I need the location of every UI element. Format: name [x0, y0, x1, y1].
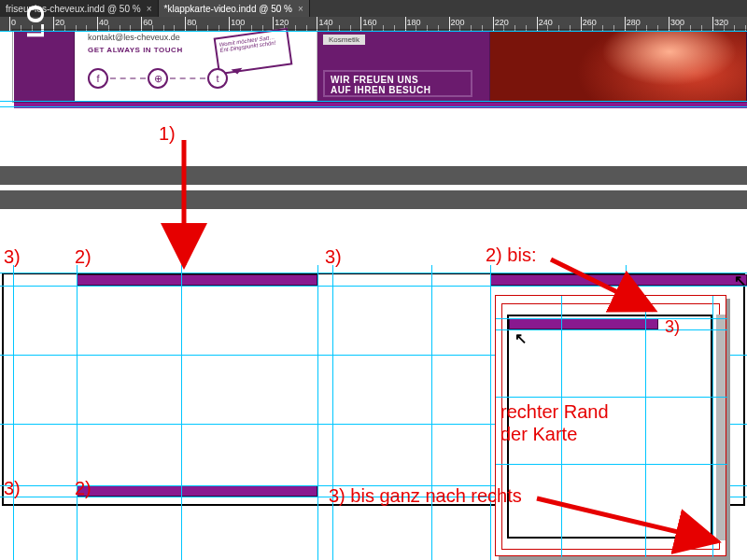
zoom-magenta-bar	[509, 318, 658, 329]
guide-line[interactable]	[332, 265, 333, 560]
brochure-panel-photo[interactable]	[490, 31, 747, 101]
cursor-icon: ↖	[734, 272, 746, 289]
contact-email: kontakt@les-cheveux.de	[88, 33, 180, 42]
annotation-2-left: 2)	[75, 246, 92, 268]
globe-icon[interactable]: ⊕	[148, 68, 168, 89]
ruler-label: 160	[362, 18, 376, 27]
twitter-icon[interactable]: t	[207, 68, 228, 89]
guide-line[interactable]	[431, 265, 432, 560]
guide-line[interactable]	[0, 106, 747, 107]
guide-line	[496, 464, 727, 465]
divider-dash	[110, 77, 146, 79]
horizontal-ruler[interactable]: 0204060801001201401601802002202402602803…	[0, 17, 747, 31]
ruler-tick	[185, 17, 186, 31]
ruler-tick	[9, 17, 10, 31]
ruler-tick	[405, 17, 406, 31]
ruler-label: 80	[187, 18, 196, 27]
annotation-1: 1)	[159, 123, 176, 145]
contact-slogan: GET ALWAYS IN TOUCH	[88, 46, 183, 54]
guide-line[interactable]	[0, 31, 747, 32]
guide-line	[712, 296, 713, 557]
annotation-3-bottom-left: 3)	[4, 478, 21, 499]
annotation-3-ganz: 3) bis ganz nach rechts	[329, 485, 522, 507]
ruler-label: 260	[583, 18, 597, 27]
annotation-2-bis: 2) bis:	[486, 245, 536, 266]
ruler-tick	[360, 17, 361, 31]
magenta-bar-bottom-left[interactable]	[77, 485, 317, 497]
ruler-label: 140	[318, 18, 332, 27]
cursor-icon: ↖	[514, 329, 527, 347]
ruler-tick	[581, 17, 582, 31]
close-icon[interactable]: ×	[147, 4, 152, 14]
ruler-tick	[317, 17, 317, 31]
guide-line	[496, 329, 727, 330]
annotation-3-right: 3)	[665, 317, 680, 337]
ruler-tick	[97, 17, 98, 31]
magenta-bar-top-right[interactable]	[490, 274, 747, 286]
welcome-line-1: WIR FREUEN UNS	[331, 75, 418, 85]
annotation-rechter-rand-1: rechter Rand	[500, 401, 609, 423]
ruler-tick	[493, 17, 494, 31]
ruler-label: 120	[275, 18, 289, 27]
guide-line[interactable]	[0, 286, 747, 287]
annotation-2-bottom-left: 2)	[75, 478, 92, 499]
divider-dash	[170, 77, 205, 79]
zoom-pasteboard	[716, 315, 726, 540]
brochure-panel-logo[interactable]: LO	[14, 31, 75, 101]
ruler-tick	[537, 17, 538, 31]
guide-line[interactable]	[13, 265, 14, 560]
annotation-3-left: 3)	[4, 246, 21, 268]
ruler-tick	[712, 17, 713, 31]
ruler-label: 320	[714, 18, 728, 27]
model-hair-image	[490, 31, 746, 101]
ruler-tick	[229, 17, 230, 31]
ruler-label: 300	[670, 18, 684, 27]
ruler-tick	[625, 17, 626, 31]
ruler-label: 180	[407, 18, 421, 27]
guide-line[interactable]	[0, 101, 747, 102]
logo-text: LO	[21, 1, 78, 38]
ruler-label: 60	[143, 18, 152, 27]
ruler-label: 100	[231, 18, 245, 27]
pasteboard-gap	[0, 190, 747, 209]
annotation-3-mid: 3)	[325, 246, 342, 268]
social-icon-row: f ⊕ t	[88, 68, 228, 89]
facebook-icon[interactable]: f	[88, 68, 108, 89]
ruler-label: 200	[451, 18, 465, 27]
pasteboard-gap	[0, 166, 747, 185]
brochure-panel-contact[interactable]: kontakt@les-cheveux.de GET ALWAYS IN TOU…	[75, 31, 317, 101]
welcome-line-2: AUF IHREN BESUCH	[331, 85, 430, 95]
ruler-tick	[449, 17, 450, 31]
tab-doc-2[interactable]: *klappkarte-video.indd @ 50 % ×	[159, 0, 310, 17]
brochure-spread[interactable]: LO kontakt@les-cheveux.de GET ALWAYS IN …	[0, 31, 747, 115]
ruler-tick	[141, 17, 142, 31]
guide-line[interactable]	[317, 265, 318, 560]
guide-line[interactable]	[490, 265, 491, 560]
guide-line	[496, 397, 727, 398]
guide-line	[496, 318, 727, 319]
close-icon[interactable]: ×	[298, 4, 303, 14]
ruler-label: 240	[539, 18, 553, 27]
welcome-text: WIR FREUEN UNS AUF IHREN BESUCH	[323, 70, 472, 97]
guide-line[interactable]	[0, 273, 747, 273]
ruler-label: 220	[495, 18, 509, 27]
ruler-label: 40	[99, 18, 108, 27]
ruler-label: 0	[11, 18, 16, 27]
tab-label: *klappkarte-video.indd @ 50 %	[164, 4, 292, 14]
magenta-bar-top-left[interactable]	[77, 274, 317, 286]
guide-line[interactable]	[181, 265, 182, 560]
document-tab-bar: friseur-les-cheveux.indd @ 50 % × *klapp…	[0, 0, 747, 17]
brochure-panel-kosmetik[interactable]: Kosmetik WIR FREUEN UNS AUF IHREN BESUCH	[317, 31, 490, 101]
kosmetik-tag: Kosmetik	[323, 35, 365, 45]
annotation-rechter-rand-2: der Karte	[500, 424, 577, 445]
guide-line[interactable]	[77, 265, 78, 560]
ruler-tick	[669, 17, 669, 31]
ruler-label: 280	[627, 18, 641, 27]
guide-line	[645, 296, 646, 557]
